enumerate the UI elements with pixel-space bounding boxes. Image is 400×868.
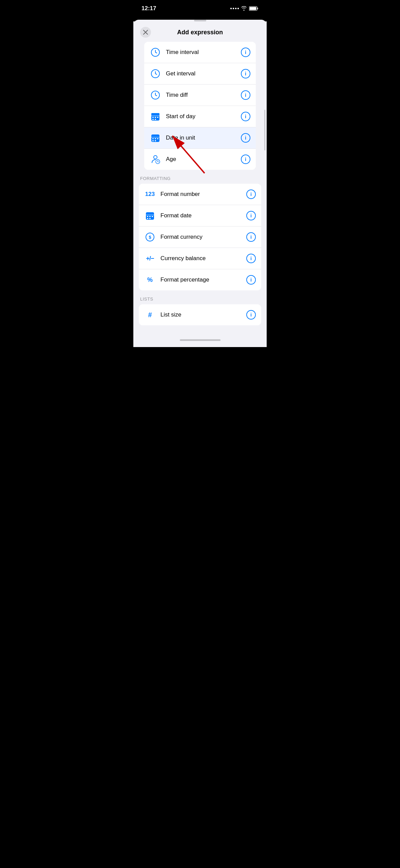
formatting-list: 123 Format number i xyxy=(139,184,261,290)
date-in-unit-label: Date in unit xyxy=(166,134,241,141)
svg-rect-14 xyxy=(155,119,156,120)
age-icon xyxy=(150,153,161,165)
svg-rect-29 xyxy=(152,216,153,217)
phone-frame: 12:17 xyxy=(133,0,267,347)
lists-section-wrapper: LISTS # List size i xyxy=(133,290,267,325)
time-interval-info-button[interactable]: i xyxy=(241,48,250,57)
svg-rect-11 xyxy=(155,117,156,118)
time-diff-label: Time diff xyxy=(166,92,241,98)
format-currency-info-button[interactable]: i xyxy=(246,232,256,242)
dot1 xyxy=(230,8,232,9)
lists-section-label: LISTS xyxy=(133,290,267,304)
svg-rect-20 xyxy=(152,140,154,141)
date-in-unit-icon xyxy=(150,132,161,144)
clock-icon xyxy=(151,48,160,57)
time-diff-info-button[interactable]: i xyxy=(241,90,250,100)
time-interval-item[interactable]: Time interval i xyxy=(144,42,256,63)
svg-rect-30 xyxy=(147,218,148,219)
svg-rect-21 xyxy=(155,140,156,141)
dot2 xyxy=(233,8,234,9)
person-clock-icon xyxy=(151,155,160,164)
dollar-circle-icon: $ xyxy=(145,232,155,242)
list-size-item[interactable]: # List size i xyxy=(139,304,261,325)
time-interval-icon xyxy=(150,47,161,58)
close-icon xyxy=(143,30,148,35)
age-item[interactable]: Age i xyxy=(144,149,256,170)
list-size-label: List size xyxy=(160,311,246,318)
format-currency-item[interactable]: $ Format currency i xyxy=(139,227,261,248)
age-label: Age xyxy=(166,156,241,163)
format-percentage-item[interactable]: % Format percentage i xyxy=(139,269,261,290)
format-date-icon xyxy=(144,210,156,221)
clock-icon-2 xyxy=(151,69,160,78)
age-info-button[interactable]: i xyxy=(241,155,250,164)
format-number-label: Format number xyxy=(160,191,246,198)
svg-point-22 xyxy=(154,156,157,159)
list-size-info-button[interactable]: i xyxy=(246,310,256,320)
sheet-header: Add expression xyxy=(133,21,267,42)
status-icons xyxy=(230,6,259,11)
123-icon: 123 xyxy=(145,191,155,198)
formatting-section-wrapper: FORMATTING 123 Format number i xyxy=(133,170,267,290)
dot4 xyxy=(237,8,239,9)
svg-rect-18 xyxy=(155,138,156,139)
format-percentage-info-button[interactable]: i xyxy=(246,275,256,285)
time-diff-icon xyxy=(150,89,161,101)
sheet-container: Add expression Time interval xyxy=(133,20,267,347)
format-number-info-button[interactable]: i xyxy=(246,189,256,199)
content-scroll: Time interval i Get interval i xyxy=(133,42,267,336)
currency-balance-icon: +/− xyxy=(144,253,156,264)
svg-rect-8 xyxy=(151,114,159,116)
format-percentage-label: Format percentage xyxy=(160,276,246,283)
get-interval-info-button[interactable]: i xyxy=(241,69,250,78)
currency-balance-item[interactable]: +/− Currency balance i xyxy=(139,248,261,269)
start-of-day-item[interactable]: Start of day i xyxy=(144,106,256,127)
get-interval-icon xyxy=(150,68,161,79)
status-time: 12:17 xyxy=(141,5,156,12)
svg-rect-13 xyxy=(152,119,154,120)
list-size-icon: # xyxy=(144,309,156,321)
calendar-icon-1 xyxy=(151,112,160,121)
home-indicator xyxy=(180,339,221,341)
sheet-title: Add expression xyxy=(151,29,249,36)
percent-icon: % xyxy=(147,276,153,284)
date-in-unit-info-button[interactable]: i xyxy=(241,133,250,143)
svg-rect-19 xyxy=(157,138,158,139)
calendar-icon-2 xyxy=(151,133,160,143)
get-interval-label: Get interval xyxy=(166,70,241,77)
format-date-info-button[interactable]: i xyxy=(246,211,256,220)
bottom-bar xyxy=(133,336,267,347)
currency-balance-info-button[interactable]: i xyxy=(246,254,256,263)
format-date-label: Format date xyxy=(160,212,246,219)
svg-rect-28 xyxy=(149,216,151,217)
start-of-day-icon xyxy=(150,111,161,122)
clock-icon-3 xyxy=(151,90,160,100)
start-of-day-label: Start of day xyxy=(166,113,241,120)
svg-rect-17 xyxy=(152,138,154,139)
svg-rect-31 xyxy=(149,218,151,219)
svg-rect-10 xyxy=(152,117,154,118)
svg-text:$: $ xyxy=(149,235,151,240)
format-date-item[interactable]: Format date i xyxy=(139,205,261,227)
time-interval-label: Time interval xyxy=(166,49,241,56)
get-interval-item[interactable]: Get interval i xyxy=(144,63,256,85)
svg-rect-12 xyxy=(157,117,158,118)
status-bar: 12:17 xyxy=(133,0,267,17)
plus-minus-icon: +/− xyxy=(146,255,154,262)
close-button[interactable] xyxy=(140,27,151,38)
currency-balance-label: Currency balance xyxy=(160,255,246,262)
datetime-list: Time interval i Get interval i xyxy=(144,42,256,170)
svg-rect-1 xyxy=(258,8,258,10)
formatting-section-label: FORMATTING xyxy=(133,170,267,184)
scrollbar[interactable] xyxy=(264,110,265,150)
format-number-item[interactable]: 123 Format number i xyxy=(139,184,261,205)
svg-rect-27 xyxy=(147,216,148,217)
calendar-icon-3 xyxy=(145,211,155,220)
start-of-day-info-button[interactable]: i xyxy=(241,112,250,121)
format-currency-icon: $ xyxy=(144,231,156,243)
hash-icon: # xyxy=(148,311,152,319)
format-number-icon: 123 xyxy=(144,188,156,200)
format-percentage-icon: % xyxy=(144,274,156,286)
time-diff-item[interactable]: Time diff i xyxy=(144,85,256,106)
date-in-unit-item[interactable]: Date in unit i xyxy=(144,127,256,149)
